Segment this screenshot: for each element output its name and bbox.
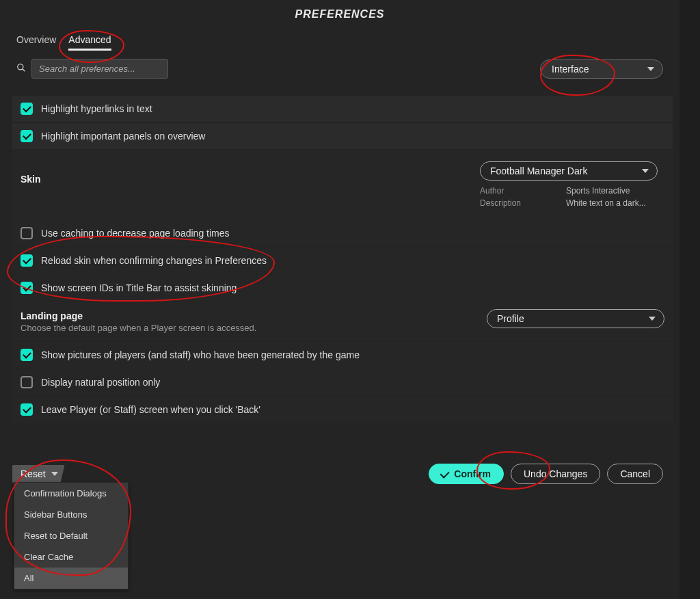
- reset-menu-reset-default[interactable]: Reset to Default: [14, 525, 128, 546]
- tabs: Overview Advanced: [0, 26, 679, 52]
- checkbox-pictures[interactable]: [21, 349, 33, 361]
- skin-right: Football Manager Dark Author Sports Inte…: [480, 161, 664, 208]
- reset-label: Reset: [21, 468, 46, 479]
- label-back: Leave Player (or Staff) screen when you …: [41, 404, 260, 415]
- checkbox-hyperlinks[interactable]: [21, 103, 33, 115]
- category-selected: Interface: [552, 64, 589, 75]
- svg-point-0: [18, 64, 23, 70]
- footer: Reset Confirm Undo Changes Cancel: [12, 464, 663, 484]
- setting-reload[interactable]: Reload skin when confirming changes in P…: [12, 248, 673, 274]
- settings-list[interactable]: Highlight hyperlinks in text Highlight i…: [12, 96, 673, 462]
- reset-menu-all[interactable]: All: [14, 568, 128, 589]
- preferences-window: PREFERENCES Overview Advanced Interface …: [0, 0, 679, 599]
- chevron-down-icon: [51, 472, 58, 476]
- setting-pictures[interactable]: Show pictures of players (and staff) who…: [12, 342, 673, 368]
- reset-button[interactable]: Reset: [12, 465, 65, 483]
- landing-sub: Choose the default page when a Player sc…: [21, 323, 256, 333]
- label-pictures: Show pictures of players (and staff) who…: [41, 349, 360, 360]
- checkbox-reload[interactable]: [21, 254, 33, 267]
- setting-hyperlinks[interactable]: Highlight hyperlinks in text: [12, 96, 673, 122]
- setting-back[interactable]: Leave Player (or Staff) screen when you …: [12, 397, 673, 423]
- skin-author-label: Author: [480, 186, 562, 196]
- skin-selected: Football Manager Dark: [490, 165, 587, 176]
- checkbox-back[interactable]: [21, 403, 33, 416]
- label-reload: Reload skin when confirming changes in P…: [41, 255, 267, 266]
- check-icon: [442, 468, 450, 479]
- search-icon: [16, 63, 26, 75]
- chevron-down-icon: [647, 67, 654, 71]
- landing-selected: Profile: [497, 313, 524, 324]
- page-title: PREFERENCES: [0, 0, 679, 26]
- setting-caching[interactable]: Use caching to decrease page loading tim…: [12, 220, 673, 246]
- landing-header: Landing page: [21, 310, 256, 321]
- setting-panels[interactable]: Highlight important panels on overview: [12, 123, 673, 149]
- toolbar: Interface: [0, 52, 679, 88]
- cancel-button[interactable]: Cancel: [607, 464, 663, 484]
- label-panels: Highlight important panels on overview: [41, 131, 205, 142]
- tab-overview[interactable]: Overview: [16, 31, 56, 48]
- skin-label: Skin: [21, 161, 41, 185]
- skin-desc-label: Description: [480, 198, 562, 208]
- setting-natural[interactable]: Display natural position only: [12, 369, 673, 395]
- footer-right: Confirm Undo Changes Cancel: [429, 464, 663, 484]
- chevron-down-icon: [642, 169, 649, 173]
- search-input[interactable]: [31, 59, 168, 79]
- label-natural: Display natural position only: [41, 377, 160, 388]
- label-caching: Use caching to decrease page loading tim…: [41, 228, 230, 239]
- checkbox-panels[interactable]: [21, 130, 33, 142]
- checkbox-screenids[interactable]: [21, 282, 33, 294]
- confirm-label: Confirm: [454, 468, 491, 479]
- skin-meta: Author Sports Interactive Description Wh…: [480, 186, 664, 208]
- confirm-button[interactable]: Confirm: [429, 464, 504, 484]
- search-wrap: [16, 59, 168, 79]
- setting-screenids[interactable]: Show screen IDs in Title Bar to assist s…: [12, 275, 673, 301]
- category-dropdown[interactable]: Interface: [540, 59, 663, 79]
- checkbox-caching[interactable]: [21, 227, 33, 239]
- section-landing: Landing page Choose the default page whe…: [12, 302, 673, 341]
- undo-button[interactable]: Undo Changes: [511, 464, 600, 484]
- section-skin: Skin Football Manager Dark Author Sports…: [12, 150, 673, 219]
- tab-advanced[interactable]: Advanced: [68, 31, 111, 48]
- skin-dropdown[interactable]: Football Manager Dark: [480, 161, 658, 181]
- skin-desc: White text on a dark...: [566, 198, 664, 208]
- reset-menu-sidebar-buttons[interactable]: Sidebar Buttons: [14, 504, 128, 525]
- chevron-down-icon: [649, 317, 656, 321]
- landing-dropdown[interactable]: Profile: [487, 309, 664, 328]
- label-hyperlinks: Highlight hyperlinks in text: [41, 103, 152, 114]
- skin-author: Sports Interactive: [566, 186, 664, 196]
- landing-left: Landing page Choose the default page whe…: [21, 310, 256, 333]
- reset-menu-clear-cache[interactable]: Clear Cache: [14, 546, 128, 568]
- svg-line-1: [23, 69, 25, 72]
- reset-menu: Confirmation Dialogs Sidebar Buttons Res…: [14, 482, 129, 589]
- checkbox-natural[interactable]: [21, 376, 33, 388]
- reset-menu-confirmation-dialogs[interactable]: Confirmation Dialogs: [14, 483, 128, 504]
- label-screenids: Show screen IDs in Title Bar to assist s…: [41, 282, 237, 293]
